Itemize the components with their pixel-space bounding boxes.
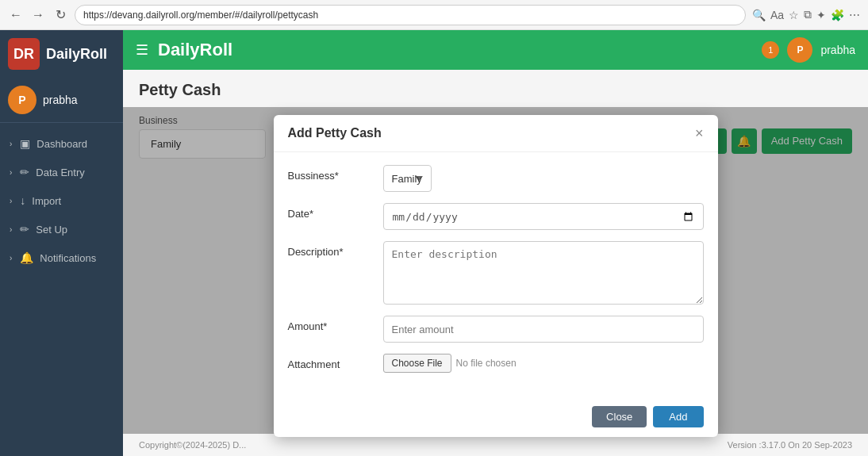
url-bar[interactable] xyxy=(75,5,746,25)
sidebar-item-dashboard[interactable]: › ▣ Dashboard xyxy=(0,129,123,158)
attachment-field-label: Attachment xyxy=(288,354,383,370)
sidebar-nav: › ▣ Dashboard › ✏ Data Entry › ↓ Import … xyxy=(0,123,123,456)
amount-input[interactable] xyxy=(383,316,704,343)
modal-close-button[interactable]: × xyxy=(695,126,704,140)
refresh-button[interactable]: ↻ xyxy=(52,7,68,23)
sidebar-item-setup[interactable]: › ✏ Set Up xyxy=(0,215,123,243)
data-entry-icon: ✏ xyxy=(20,166,29,178)
modal-footer: Close Add xyxy=(274,397,718,437)
date-field-label: Date* xyxy=(288,203,383,220)
business-field-group: Bussiness* Family xyxy=(288,165,704,192)
description-field-group: Description* xyxy=(288,241,704,305)
business-field-label: Bussiness* xyxy=(288,165,383,182)
import-icon: ↓ xyxy=(20,194,25,207)
logo-text: DailyRoll xyxy=(46,46,107,63)
hamburger-icon[interactable]: ☰ xyxy=(136,41,148,59)
modal-body: Bussiness* Family Date* xyxy=(274,152,718,397)
content-area: Business Family 🔍 ▦ 🔔 Add Petty Cash Ad xyxy=(123,107,868,434)
header-left: ☰ DailyRoll xyxy=(136,40,232,60)
browser-bar: ← → ↻ 🔍 Aa ☆ ⧉ ✦ 🧩 ⋯ xyxy=(0,0,868,30)
modal-overlay: Add Petty Cash × Bussiness* Family xyxy=(123,107,868,434)
expand-icon: › xyxy=(10,254,12,262)
modal-title: Add Petty Cash xyxy=(288,126,382,140)
sidebar: DR DailyRoll P prabha › ▣ Dashboard › ✏ … xyxy=(0,30,123,456)
header-title: DailyRoll xyxy=(158,40,232,60)
header-right: 1 P prabha xyxy=(762,37,855,63)
amount-field-label: Amount* xyxy=(288,316,383,332)
notification-badge[interactable]: 1 xyxy=(762,41,779,59)
sidebar-item-label: Notifications xyxy=(40,252,96,264)
business-select[interactable]: Family xyxy=(383,165,432,192)
amount-field-group: Amount* xyxy=(288,316,704,343)
description-field-label: Description* xyxy=(288,241,383,258)
add-petty-cash-modal: Add Petty Cash × Bussiness* Family xyxy=(274,115,718,437)
app-container: DR DailyRoll P prabha › ▣ Dashboard › ✏ … xyxy=(0,30,868,456)
app-header: ☰ DailyRoll 1 P prabha xyxy=(123,30,868,70)
attachment-field-group: Attachment Choose File No file chosen xyxy=(288,354,704,373)
header-username: prabha xyxy=(820,44,855,56)
close-button[interactable]: Close xyxy=(592,406,647,427)
bookmark-icon[interactable]: ✦ xyxy=(816,9,826,21)
search-browser-icon[interactable]: 🔍 xyxy=(752,9,766,21)
sidebar-item-data-entry[interactable]: › ✏ Data Entry xyxy=(0,158,123,186)
page-title: Petty Cash xyxy=(139,81,852,99)
expand-icon: › xyxy=(10,140,12,148)
sidebar-item-label: Data Entry xyxy=(36,167,84,178)
sidebar-item-label: Set Up xyxy=(36,224,67,236)
expand-icon: › xyxy=(10,168,12,177)
forward-button[interactable]: → xyxy=(30,7,46,23)
avatar: P xyxy=(8,86,36,114)
sidebar-user[interactable]: P prabha xyxy=(0,78,123,123)
date-field-group: Date* xyxy=(288,203,704,230)
business-select-wrapper: Family xyxy=(383,165,704,192)
copyright-text: Copyright©(2024-2025) D... xyxy=(139,440,246,450)
tab-icon[interactable]: ⧉ xyxy=(804,8,812,21)
sidebar-item-import[interactable]: › ↓ Import xyxy=(0,186,123,215)
expand-icon: › xyxy=(10,225,12,234)
sidebar-item-notifications[interactable]: › 🔔 Notifications xyxy=(0,243,123,272)
header-avatar: P xyxy=(787,37,812,63)
attachment-wrapper: Choose File No file chosen xyxy=(383,354,704,373)
dashboard-icon: ▣ xyxy=(20,137,30,150)
reader-icon[interactable]: Aa xyxy=(770,9,784,21)
star-icon[interactable]: ☆ xyxy=(789,9,799,21)
sidebar-item-label: Dashboard xyxy=(36,138,87,150)
expand-icon: › xyxy=(10,197,12,205)
add-button[interactable]: Add xyxy=(653,406,703,427)
date-input[interactable] xyxy=(383,203,704,230)
logo-icon: DR xyxy=(8,38,40,70)
extension-icon[interactable]: 🧩 xyxy=(831,9,844,21)
sidebar-item-label: Import xyxy=(32,195,61,207)
modal-header: Add Petty Cash × xyxy=(274,115,718,152)
main-header: Petty Cash xyxy=(123,70,868,107)
choose-file-button[interactable]: Choose File xyxy=(383,354,451,373)
back-button[interactable]: ← xyxy=(8,7,24,23)
sidebar-logo: DR DailyRoll xyxy=(0,30,123,78)
setup-icon: ✏ xyxy=(20,223,29,236)
main-content: Petty Cash Business Family 🔍 ▦ 🔔 Add Pet… xyxy=(123,70,868,456)
more-icon[interactable]: ⋯ xyxy=(849,9,860,21)
version-text: Version :3.17.0 On 20 Sep-2023 xyxy=(728,440,852,450)
no-file-text: No file chosen xyxy=(456,358,517,369)
notifications-icon: 🔔 xyxy=(20,251,33,264)
description-textarea[interactable] xyxy=(383,241,704,305)
content-footer: Copyright©(2024-2025) D... Version :3.17… xyxy=(123,434,868,456)
browser-icons: 🔍 Aa ☆ ⧉ ✦ 🧩 ⋯ xyxy=(752,8,860,21)
username-label: prabha xyxy=(43,94,78,106)
